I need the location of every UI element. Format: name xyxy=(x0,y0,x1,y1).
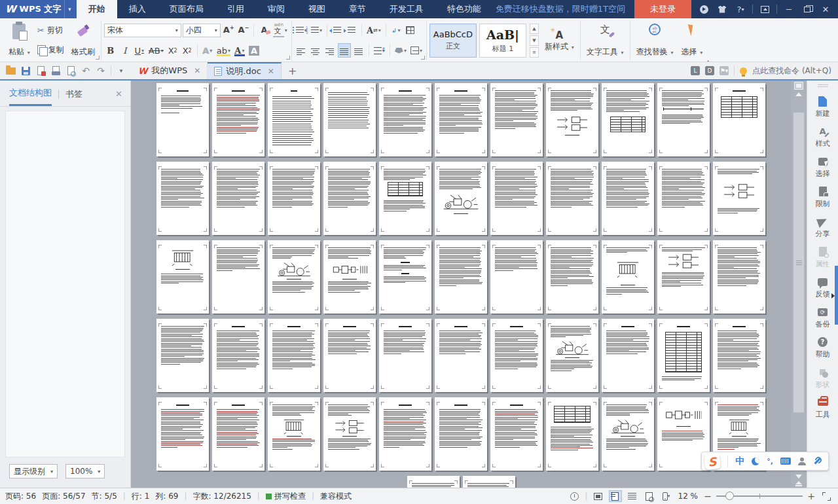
page-thumbnail-34[interactable] xyxy=(156,319,209,392)
mobile-view-button[interactable]: ▾ xyxy=(660,490,673,502)
page-thumbnail-4[interactable] xyxy=(323,83,376,156)
page-thumbnail-17[interactable] xyxy=(435,162,487,235)
page-thumbnail-8[interactable] xyxy=(546,83,598,156)
panel-item-restrict[interactable]: 限制 xyxy=(816,186,830,209)
redo-button[interactable]: ↷ xyxy=(96,65,106,76)
panel-item-style[interactable]: A样式 xyxy=(816,126,830,149)
ribbon-tab-5[interactable]: 审阅 xyxy=(256,0,297,18)
document-map-panel[interactable] xyxy=(5,111,125,458)
page-thumbnail-46[interactable] xyxy=(212,397,264,471)
command-search-hint[interactable]: 点此查找命令 (Alt+Q) xyxy=(752,65,831,77)
panel-item-tools[interactable]: 工具 xyxy=(816,397,830,420)
new-tab-button[interactable]: + xyxy=(282,62,303,79)
page-thumbnail-24[interactable] xyxy=(212,240,264,314)
ime-settings-icon[interactable] xyxy=(813,457,822,465)
page-thumbnail-1[interactable] xyxy=(156,83,209,156)
page-thumbnail-38[interactable] xyxy=(379,319,431,392)
restore-button[interactable] xyxy=(799,2,816,16)
page-thumbnail-28[interactable] xyxy=(435,240,487,314)
fullscreen-view-button[interactable] xyxy=(592,490,605,502)
paragraph-dialog-launcher[interactable] xyxy=(421,56,425,60)
panel-item-help[interactable]: ?帮助 xyxy=(816,336,830,359)
ribbon-tab-8[interactable]: 开发工具 xyxy=(378,0,435,18)
ribbon-tab-2[interactable]: 插入 xyxy=(117,0,158,18)
status-page-count[interactable]: 页面: 56/57 xyxy=(42,491,85,502)
format-painter-button[interactable]: 格式刷 xyxy=(68,21,98,60)
app-logo[interactable]: W WPS 文字 ▾ xyxy=(0,0,77,18)
page-thumbnail-43[interactable] xyxy=(657,319,710,392)
page-thumbnail-3[interactable] xyxy=(268,83,320,156)
map-zoom-select[interactable]: 100%▾ xyxy=(65,464,105,478)
styles-more[interactable]: ≡ xyxy=(530,47,539,58)
status-compat-mode[interactable]: 兼容模式 xyxy=(320,491,352,502)
page-thumbnail-7[interactable] xyxy=(490,83,543,156)
clear-format-button[interactable]: A xyxy=(257,23,270,37)
select-browse-object-icon[interactable] xyxy=(794,82,803,90)
bold-button[interactable]: B xyxy=(104,43,117,58)
panel-item-share[interactable]: 分享 xyxy=(816,216,830,239)
ribbon-tab-4[interactable]: 引用 xyxy=(215,0,256,18)
zoom-slider[interactable] xyxy=(716,492,803,501)
zoom-percentage[interactable]: 12 % xyxy=(678,492,699,501)
panel-item-new[interactable]: 新建 xyxy=(816,96,830,118)
page-thumbnail-12[interactable] xyxy=(156,162,209,235)
task-pane-handle[interactable] xyxy=(835,266,838,325)
line-spacing-button[interactable]: ▾ xyxy=(373,43,386,58)
page-thumbnail-14[interactable] xyxy=(268,162,320,235)
page-thumbnail-44[interactable] xyxy=(713,319,765,392)
ribbon-tab-9[interactable]: 特色功能 xyxy=(435,0,493,18)
ime-fullwidth-icon[interactable] xyxy=(752,458,759,465)
page-thumbnail-37[interactable] xyxy=(323,319,376,392)
status-spellcheck[interactable]: 拼写检查 xyxy=(266,491,306,502)
increase-indent-button[interactable] xyxy=(345,23,358,37)
panel-item-backup[interactable]: ⟳备份 xyxy=(816,306,830,329)
page-thumbnail-35[interactable] xyxy=(212,319,264,392)
page-thumbnail-2[interactable] xyxy=(212,83,264,156)
superscript-button[interactable]: X2 xyxy=(166,43,179,58)
export-pdf-button[interactable] xyxy=(35,65,46,76)
scroll-up-button[interactable] xyxy=(795,92,802,96)
scrollbar-track[interactable] xyxy=(793,99,805,472)
status-word-count[interactable]: 字数: 12/26215 xyxy=(193,491,251,502)
style-normal[interactable]: AaBbCcD 正文 xyxy=(429,24,477,58)
page-thumbnail-39[interactable] xyxy=(435,319,487,392)
strip-drag-handle[interactable] xyxy=(818,84,828,87)
highlight-button[interactable]: ab▾ xyxy=(215,43,232,58)
doc-tab-close-icon[interactable]: ✕ xyxy=(268,67,274,76)
zoom-in-button[interactable]: + xyxy=(807,491,816,501)
select-button[interactable]: 选择 ▾ xyxy=(678,21,706,60)
page-thumbnail-31[interactable] xyxy=(602,240,654,314)
task-pane-expand-icon[interactable] xyxy=(831,293,835,298)
ime-account-icon[interactable] xyxy=(798,458,806,465)
subscript-button[interactable]: X2 xyxy=(181,43,194,58)
page-thumbnail-20[interactable] xyxy=(602,162,654,235)
status-page-number[interactable]: 页码: 56 xyxy=(5,491,36,502)
page-thumbnail-27[interactable] xyxy=(379,240,431,314)
zoom-out-button[interactable]: − xyxy=(703,491,712,501)
font-color-button[interactable]: A▾ xyxy=(233,43,246,58)
minimize-button[interactable]: ─ xyxy=(780,2,797,16)
history-version-button[interactable] xyxy=(568,490,581,502)
page-thumbnail-26[interactable] xyxy=(323,240,376,314)
page-thumbnail-41[interactable] xyxy=(546,319,598,392)
decrease-font-button[interactable]: A− xyxy=(237,23,251,37)
justify-button[interactable] xyxy=(338,43,351,58)
page-thumbnail-5[interactable] xyxy=(379,83,431,156)
login-button[interactable]: 未登录 xyxy=(634,0,691,18)
page-thumbnail-49[interactable] xyxy=(379,397,431,471)
page-thumbnail-42[interactable] xyxy=(602,319,654,392)
page-thumbnail-45[interactable] xyxy=(156,397,209,471)
insert-table-grid-button[interactable] xyxy=(404,23,417,37)
find-replace-button[interactable]: abac 查找替换 ▾ xyxy=(633,21,677,60)
sogou-ime-logo[interactable]: S xyxy=(704,452,721,469)
feedback-circle-icon[interactable] xyxy=(695,2,712,16)
tab-bookmarks[interactable]: 书签 xyxy=(65,88,82,105)
previous-page-button[interactable] xyxy=(795,481,802,486)
page-thumbnail-33[interactable] xyxy=(713,240,765,314)
page-view-button[interactable] xyxy=(609,490,622,502)
ribbon-tab-3[interactable]: 页面布局 xyxy=(158,0,215,18)
align-left-button[interactable] xyxy=(295,43,308,58)
ime-punctuation-button[interactable]: °, xyxy=(767,457,773,465)
styles-scroll-down[interactable]: ▼ xyxy=(530,35,539,46)
collapse-ribbon-button[interactable] xyxy=(756,2,773,16)
